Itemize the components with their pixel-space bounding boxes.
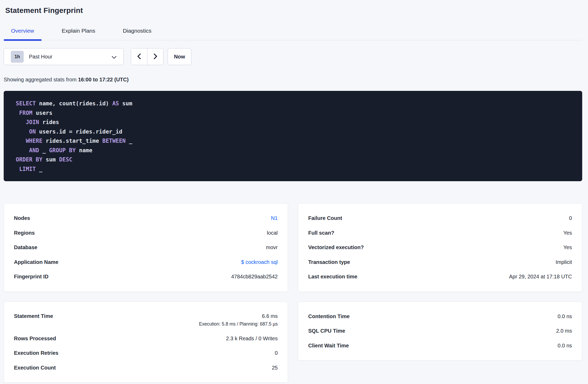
sql-keyword: BETWEEN xyxy=(102,138,126,144)
stat-label-transaction-type: Transaction type xyxy=(308,259,350,265)
tab-explain-plans[interactable]: Explain Plans xyxy=(54,23,103,40)
time-arrow-group xyxy=(131,48,163,65)
stat-label-regions: Regions xyxy=(14,230,35,236)
stat-value-sql-cpu-time: 2.0 ms xyxy=(556,328,572,334)
stat-row-nodes: NodesN1 xyxy=(14,211,278,226)
sql-line: JOIN rides xyxy=(16,118,570,127)
stat-row-vectorized-execution: Vectorized execution?Yes xyxy=(308,240,572,255)
sql-keyword: FROM xyxy=(19,110,33,116)
stat-label-statement-time: Statement Time xyxy=(14,309,53,323)
sql-keyword: AS xyxy=(112,100,119,107)
sql-text: rides xyxy=(39,119,59,125)
stat-value-full-scan: Yes xyxy=(563,230,572,236)
sql-text: _ xyxy=(126,138,132,144)
sql-text: users.id = rides.rider_id xyxy=(36,129,122,135)
stat-label-nodes: Nodes xyxy=(14,215,30,221)
now-button[interactable]: Now xyxy=(168,48,191,65)
statement-details-card: NodesN1RegionslocalDatabasemovrApplicati… xyxy=(4,203,288,292)
sql-line: ORDER BY sum DESC xyxy=(16,155,570,165)
stat-value-client-wait-time: 0.0 ns xyxy=(558,343,572,349)
stat-value-statement-time: 6.6 ms xyxy=(262,309,278,323)
stat-row-regions: Regionslocal xyxy=(14,226,278,240)
stat-row-sql-cpu-time: SQL CPU Time2.0 ms xyxy=(308,324,572,338)
contention-card: Contention Time0.0 nsSQL CPU Time2.0 msC… xyxy=(298,302,582,361)
sql-keyword: JOIN xyxy=(26,119,39,125)
page-title: Statement Fingerprint xyxy=(4,0,582,16)
stat-label-failure-count: Failure Count xyxy=(308,215,342,221)
overview-cards-row-2: Statement Time6.6 msExecution: 5.8 ms / … xyxy=(4,302,582,383)
stat-row-full-scan: Full scan?Yes xyxy=(308,226,572,240)
sql-keyword: AND xyxy=(29,147,39,154)
stat-row-database: Databasemovr xyxy=(14,240,278,255)
chevron-right-icon xyxy=(153,53,158,60)
chevron-left-icon xyxy=(137,53,141,60)
stats-caption-prefix: Showing aggregated stats from xyxy=(4,77,78,82)
sql-line: ON users.id = rides.rider_id xyxy=(16,127,570,137)
tab-overview[interactable]: Overview xyxy=(4,23,42,40)
sql-text xyxy=(16,166,19,172)
tab-diagnostics[interactable]: Diagnostics xyxy=(116,23,159,40)
stat-value-group: 6.6 msExecution: 5.8 ms / Planning: 687.… xyxy=(199,309,278,327)
stat-label-last-execution-time: Last execution time xyxy=(308,274,357,280)
stat-row-contention-time: Contention Time0.0 ns xyxy=(308,309,572,324)
prev-time-button[interactable] xyxy=(131,48,147,65)
stat-row-application-name: Application Name$ cockroach sql xyxy=(14,255,278,270)
stat-label-execution-count: Execution Count xyxy=(14,365,56,371)
stat-row-statement-time: Statement Time6.6 msExecution: 5.8 ms / … xyxy=(14,309,278,331)
stat-value-nodes[interactable]: N1 xyxy=(271,215,278,221)
sql-line: SELECT name, count(rides.id) AS sum xyxy=(16,99,570,109)
stat-value-last-execution-time: Apr 29, 2024 at 17:18 UTC xyxy=(509,274,572,280)
time-range-dropdown[interactable]: 1h Past Hour xyxy=(4,48,124,65)
sql-text xyxy=(16,110,19,116)
sql-text: name xyxy=(76,147,92,154)
stat-value-rows-processed: 2.3 k Reads / 0 Writes xyxy=(226,336,278,342)
stats-caption: Showing aggregated stats from 16:00 to 1… xyxy=(4,76,582,83)
stat-value-contention-time: 0.0 ns xyxy=(558,313,572,319)
stat-label-execution-retries: Execution Retries xyxy=(14,350,58,356)
sql-text: sum xyxy=(119,100,132,107)
tabbar: OverviewExplain PlansDiagnostics xyxy=(4,23,582,40)
time-range-label: Past Hour xyxy=(29,54,52,60)
sql-keyword: WHERE xyxy=(26,138,42,144)
sql-keyword: DESC xyxy=(59,156,72,163)
stat-value-failure-count: 0 xyxy=(569,215,572,221)
sql-text: name, count(rides.id) xyxy=(36,100,112,107)
stat-label-rows-processed: Rows Processed xyxy=(14,336,56,342)
sql-keyword: ON xyxy=(29,129,36,135)
sql-keyword: LIMIT xyxy=(19,166,36,172)
overview-cards-row-1: NodesN1RegionslocalDatabasemovrApplicati… xyxy=(4,203,582,292)
sql-keyword: SELECT xyxy=(16,100,36,107)
stat-row-transaction-type: Transaction typeImplicit xyxy=(308,255,572,270)
stat-label-sql-cpu-time: SQL CPU Time xyxy=(308,328,345,334)
time-controls: 1h Past Hour Now xyxy=(4,48,582,65)
sql-line: WHERE rides.start_time BETWEEN _ xyxy=(16,136,570,146)
sql-text: users xyxy=(32,110,52,116)
stat-label-full-scan: Full scan? xyxy=(308,230,334,236)
stat-label-contention-time: Contention Time xyxy=(308,313,350,319)
stat-value-execution-retries: 0 xyxy=(275,350,278,356)
stat-label-application-name: Application Name xyxy=(14,259,58,265)
stat-value-transaction-type: Implicit xyxy=(556,259,572,265)
stat-value-execution-count: 25 xyxy=(272,365,278,371)
sql-text: _ xyxy=(39,147,49,154)
sql-text: _ xyxy=(36,166,42,172)
execution-attributes-card: Failure Count0Full scan?YesVectorized ex… xyxy=(298,203,582,292)
stat-row-client-wait-time: Client Wait Time0.0 ns xyxy=(308,338,572,353)
stat-row-execution-retries: Execution Retries0 xyxy=(14,346,278,361)
sql-text xyxy=(16,119,26,125)
timing-card: Statement Time6.6 msExecution: 5.8 ms / … xyxy=(4,302,288,383)
stat-row-execution-count: Execution Count25 xyxy=(14,361,278,375)
sql-text: rides.start_time xyxy=(42,138,102,144)
stat-value-application-name[interactable]: $ cockroach sql xyxy=(241,259,278,265)
next-time-button[interactable] xyxy=(147,48,163,65)
chevron-down-icon xyxy=(112,55,117,60)
sql-keyword: ORDER BY xyxy=(16,156,42,163)
stat-row-failure-count: Failure Count0 xyxy=(308,211,572,226)
sql-line: AND _ GROUP BY name xyxy=(16,146,570,155)
sql-text xyxy=(16,138,26,144)
time-range-badge: 1h xyxy=(11,51,24,63)
sql-line: LIMIT _ xyxy=(16,165,570,174)
stat-row-last-execution-time: Last execution timeApr 29, 2024 at 17:18… xyxy=(308,269,572,284)
stat-value-regions: local xyxy=(267,230,278,236)
stat-label-vectorized-execution: Vectorized execution? xyxy=(308,244,364,250)
